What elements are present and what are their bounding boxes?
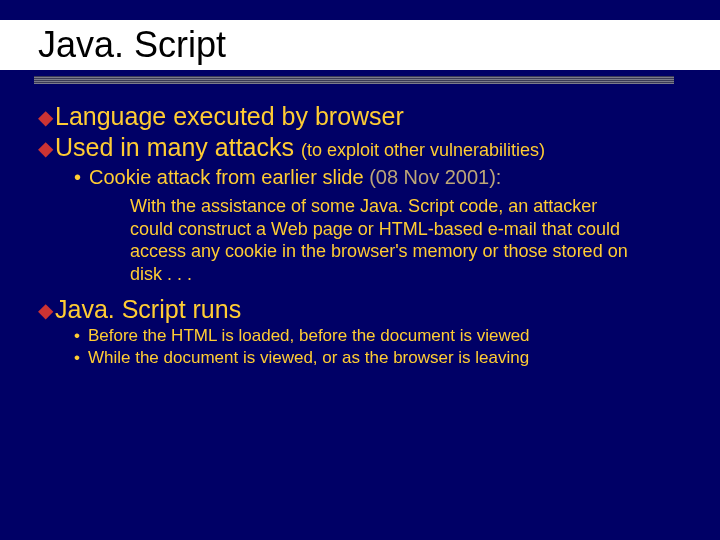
slide: Java. Script ◆Language executed by brows… [0,0,720,390]
bullet-text: Language executed by browser [55,102,404,130]
title-divider [34,76,674,84]
bullet-icon: • [74,348,80,367]
bullet-paren: (to exploit other vulnerabilities) [301,140,545,160]
sub-bullet-while: •While the document is viewed, or as the… [74,348,690,368]
diamond-icon: ◆ [38,298,53,322]
sub-bullet-text: Before the HTML is loaded, before the do… [88,326,530,345]
bullet-main: Used in many attacks [55,133,301,161]
bullet-language: ◆Language executed by browser [38,102,690,131]
bullet-text: Java. Script runs [55,295,241,323]
sub-bullet-cookie: •Cookie attack from earlier slide (08 No… [74,166,690,189]
diamond-icon: ◆ [38,136,53,160]
detail-text: With the assistance of some Java. Script… [130,195,630,285]
bullet-runs: ◆Java. Script runs [38,295,690,324]
bullet-text: Used in many attacks (to exploit other v… [55,133,545,161]
sub-bullet-before: •Before the HTML is loaded, before the d… [74,326,690,346]
sub-bullet-text-a: Cookie attack from earlier slide [89,166,369,188]
bullet-attacks: ◆Used in many attacks (to exploit other … [38,133,690,162]
sub-bullet-text: While the document is viewed, or as the … [88,348,529,367]
bullet-icon: • [74,326,80,345]
diamond-icon: ◆ [38,105,53,129]
slide-title: Java. Script [0,20,720,70]
sub-bullet-date: (08 Nov 2001): [369,166,501,188]
bullet-icon: • [74,166,81,188]
